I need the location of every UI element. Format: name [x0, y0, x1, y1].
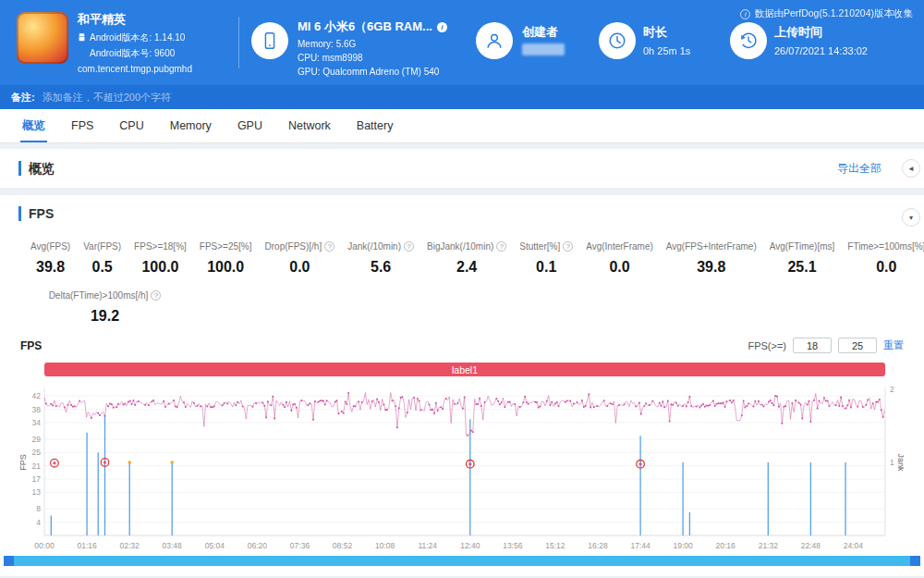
svg-text:24:04: 24:04 — [844, 541, 864, 550]
duration-value: 0h 25m 1s — [643, 45, 690, 56]
metric-drop-fps: Drop(FPS)[/h]? 0.0 — [259, 241, 342, 276]
export-all-link[interactable]: 导出全部 — [837, 161, 881, 177]
remarks-bar[interactable]: 备注: 添加备注，不超过200个字符 — [0, 85, 924, 109]
svg-text:29: 29 — [32, 435, 42, 444]
metric-avg-fps: Avg(FPS) 39.8 — [24, 241, 77, 276]
svg-text:12:40: 12:40 — [460, 541, 480, 550]
svg-text:Jank: Jank — [896, 453, 904, 472]
android-version-name: Android版本名: 1.14.10 — [90, 31, 185, 44]
header-divider — [238, 17, 239, 68]
svg-text:22:48: 22:48 — [801, 541, 821, 550]
svg-text:06:20: 06:20 — [248, 541, 268, 550]
svg-text:38: 38 — [32, 405, 42, 414]
fps-threshold2-input[interactable] — [838, 338, 877, 353]
collapse-left-button[interactable]: ◄ — [902, 159, 920, 178]
device-info-icon[interactable]: i — [437, 22, 447, 32]
duration-label: 时长 — [643, 24, 667, 41]
fps-threshold-label: FPS(>=) — [748, 340, 786, 351]
svg-text:00:00: 00:00 — [34, 541, 55, 550]
svg-text:1: 1 — [890, 458, 894, 467]
svg-text:42: 42 — [32, 391, 42, 400]
scrollbar-left-handle[interactable] — [4, 556, 14, 566]
fps-threshold1-input[interactable] — [793, 338, 832, 353]
svg-text:01:16: 01:16 — [77, 541, 97, 550]
svg-text:2: 2 — [890, 385, 894, 394]
fps-panel: FPS ▾ Avg(FPS) 39.8 Var(FPS) 0.5 FPS>=18… — [0, 195, 924, 576]
metric-delta-ftime: Delta(FTime)>100ms[/h]? 19.2 — [24, 290, 186, 325]
svg-text:13:56: 13:56 — [503, 541, 523, 550]
metric-avg-interframe: Avg(InterFrame) 0.0 — [579, 241, 660, 276]
overview-title: 概览 — [18, 161, 55, 176]
game-name: 和平精英 — [78, 11, 192, 28]
tab-overview[interactable]: 概览 — [9, 109, 58, 142]
svg-text:08:52: 08:52 — [333, 541, 353, 550]
tab-cpu[interactable]: CPU — [106, 109, 156, 142]
tab-battery[interactable]: Battery — [344, 109, 407, 142]
creator-avatar-icon — [476, 22, 513, 59]
metric-fps-ge-18: FPS>=18[%] 100.0 — [128, 241, 193, 276]
svg-text:13: 13 — [32, 487, 42, 497]
collect-note: 数据由PerfDog(5.1.210204)版本收集 — [754, 7, 913, 20]
game-app-icon — [17, 12, 68, 64]
overview-panel: 概览 导出全部 ◄ — [0, 149, 924, 188]
android-icon — [78, 32, 86, 43]
svg-text:19:00: 19:00 — [673, 541, 693, 550]
help-icon[interactable]: ? — [563, 241, 573, 252]
metric-ftime-ge-100ms: FTime>=100ms[%] 0.0 — [841, 241, 924, 276]
metric-var-fps: Var(FPS) 0.5 — [77, 241, 128, 276]
metric-bigjank: BigJank(/10min)? 2.4 — [420, 241, 513, 276]
duration-clock-icon — [599, 22, 636, 59]
device-gpu: GPU: Qualcomm Adreno (TM) 540 — [298, 67, 439, 77]
label1-band[interactable]: label1 — [44, 363, 885, 376]
device-memory: Memory: 5.6G — [298, 39, 356, 49]
tab-gpu[interactable]: GPU — [225, 109, 275, 142]
upload-time-icon — [730, 22, 767, 59]
svg-text:17: 17 — [32, 474, 42, 484]
report-header: 和平精英 Android版本名: 1.14.10 Android版本号: 960… — [0, 0, 924, 85]
svg-text:25: 25 — [32, 448, 42, 457]
scrollbar-right-handle[interactable] — [910, 556, 920, 566]
remarks-label: 备注: — [11, 91, 35, 105]
tab-fps[interactable]: FPS — [58, 109, 106, 142]
tab-network[interactable]: Network — [275, 109, 344, 142]
svg-text:15:12: 15:12 — [545, 541, 565, 550]
help-icon[interactable]: ? — [151, 290, 161, 301]
chart-scrollbar[interactable] — [4, 556, 920, 566]
svg-text:03:48: 03:48 — [163, 541, 183, 550]
remarks-placeholder[interactable]: 添加备注，不超过200个字符 — [43, 91, 171, 105]
reset-link[interactable]: 重置 — [883, 338, 904, 352]
device-name: MI 6 小米6（6GB RAM... — [298, 18, 432, 35]
upload-time-value: 26/07/2021 14:33:02 — [774, 45, 868, 56]
svg-text:FPS: FPS — [18, 454, 28, 471]
android-version-code: Android版本号: 9600 — [90, 47, 175, 60]
svg-text:05:04: 05:04 — [205, 541, 225, 550]
help-icon[interactable]: ? — [496, 241, 506, 252]
svg-text:10:08: 10:08 — [375, 541, 395, 550]
svg-text:11:24: 11:24 — [418, 541, 437, 550]
svg-text:4: 4 — [36, 518, 41, 527]
upload-time-label: 上传时间 — [774, 24, 822, 41]
section-tabs: 概览 FPS CPU Memory GPU Network Battery — [0, 109, 924, 143]
help-icon[interactable]: ? — [404, 241, 414, 252]
creator-name-redacted — [522, 43, 565, 55]
tab-memory[interactable]: Memory — [157, 109, 225, 142]
metric-stutter: Stutter[%]? 0.1 — [513, 241, 579, 276]
svg-text:34: 34 — [32, 418, 42, 427]
svg-text:21:32: 21:32 — [759, 541, 779, 550]
metric-fps-ge-25: FPS>=25[%] 100.0 — [193, 241, 259, 276]
fps-chart[interactable]: 4813172125293438421200:0001:1602:3203:48… — [18, 382, 904, 552]
svg-text:8: 8 — [36, 504, 41, 513]
svg-text:21: 21 — [32, 461, 42, 471]
metric-avg-ftime: Avg(FTime)[ms] 25.1 — [763, 241, 842, 276]
svg-text:16:28: 16:28 — [588, 541, 608, 550]
svg-text:07:36: 07:36 — [290, 541, 310, 550]
metric-avg-fps-interframe: Avg(FPS+InterFrame) 39.8 — [660, 241, 763, 276]
info-icon: i — [740, 9, 750, 19]
collapse-down-button[interactable]: ▾ — [902, 208, 920, 227]
fps-chart-title: FPS — [20, 339, 42, 352]
help-icon[interactable]: ? — [324, 241, 334, 252]
device-phone-icon — [251, 22, 288, 59]
svg-text:17:44: 17:44 — [630, 541, 650, 550]
fps-metrics-row: Avg(FPS) 39.8 Var(FPS) 0.5 FPS>=18[%] 10… — [0, 241, 924, 276]
fps-panel-title: FPS — [18, 206, 54, 221]
